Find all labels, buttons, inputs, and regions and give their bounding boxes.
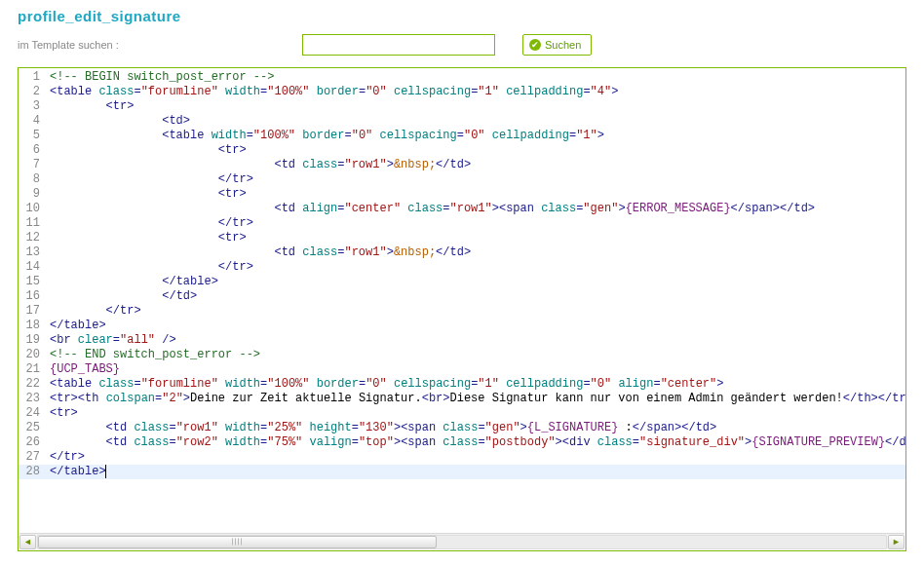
code-line[interactable]: 14 </tr>	[19, 260, 905, 275]
line-number: 23	[19, 392, 46, 406]
line-number: 2	[19, 85, 46, 99]
line-content[interactable]: <tr>	[46, 406, 905, 421]
line-content[interactable]: </tr>	[46, 260, 905, 275]
line-content[interactable]: </table>	[46, 465, 905, 479]
line-content[interactable]: <table class="forumline" width="100%" bo…	[46, 85, 905, 99]
line-number: 13	[19, 245, 46, 260]
line-number: 11	[19, 216, 46, 231]
line-content[interactable]: <tr>	[46, 187, 905, 202]
line-content[interactable]: <td>	[46, 114, 905, 129]
line-content[interactable]: <td align="center" class="row1"><span cl…	[46, 202, 905, 216]
line-number: 18	[19, 319, 46, 333]
line-number: 19	[19, 333, 46, 348]
line-content[interactable]: {UCP_TABS}	[46, 362, 905, 377]
line-content[interactable]: </table>	[46, 275, 905, 289]
code-line[interactable]: 5 <table width="100%" border="0" cellspa…	[19, 129, 905, 143]
scroll-right-button[interactable]: ►	[888, 535, 905, 549]
line-number: 7	[19, 158, 46, 172]
line-number: 22	[19, 377, 46, 392]
line-number: 25	[19, 421, 46, 435]
code-line[interactable]: 21{UCP_TABS}	[19, 362, 905, 377]
search-button[interactable]: ✔ Suchen	[522, 34, 592, 56]
line-content[interactable]: <br clear="all" />	[46, 333, 905, 348]
code-line[interactable]: 17 </tr>	[19, 304, 905, 319]
text-caret	[105, 465, 106, 478]
code-line[interactable]: 3 <tr>	[19, 99, 905, 114]
line-number: 21	[19, 362, 46, 377]
line-content[interactable]: <tr>	[46, 231, 905, 245]
line-content[interactable]: <table width="100%" border="0" cellspaci…	[46, 129, 905, 143]
search-input[interactable]	[302, 34, 495, 56]
line-content[interactable]: <tr>	[46, 99, 905, 114]
code-line[interactable]: 10 <td align="center" class="row1"><span…	[19, 202, 905, 216]
code-line[interactable]: 7 <td class="row1">&nbsp;</td>	[19, 158, 905, 172]
line-content[interactable]: </tr>	[46, 172, 905, 187]
line-content[interactable]: <td class="row1" width="25%" height="130…	[46, 421, 905, 435]
line-number: 27	[19, 450, 46, 465]
line-content[interactable]: </tr>	[46, 216, 905, 231]
search-bar: im Template suchen : ✔ Suchen	[0, 28, 924, 67]
line-number: 24	[19, 406, 46, 421]
line-number: 5	[19, 129, 46, 143]
page-title: profile_edit_signature	[18, 8, 906, 24]
line-content[interactable]: <td class="row2" width="75%" valign="top…	[46, 435, 905, 450]
code-line[interactable]: 1<!-- BEGIN switch_post_error -->	[19, 70, 905, 85]
code-line[interactable]: 26 <td class="row2" width="75%" valign="…	[19, 435, 905, 450]
code-line[interactable]: 12 <tr>	[19, 231, 905, 245]
line-number: 15	[19, 275, 46, 289]
line-number: 20	[19, 348, 46, 362]
line-number: 12	[19, 231, 46, 245]
line-content[interactable]: <td class="row1">&nbsp;</td>	[46, 158, 905, 172]
code-line[interactable]: 6 <tr>	[19, 143, 905, 158]
check-icon: ✔	[529, 39, 541, 51]
code-area[interactable]: 1<!-- BEGIN switch_post_error -->2<table…	[19, 68, 905, 533]
code-line[interactable]: 23<tr><th colspan="2">Deine zur Zeit akt…	[19, 392, 905, 406]
line-number: 1	[19, 70, 46, 85]
code-line[interactable]: 22<table class="forumline" width="100%" …	[19, 377, 905, 392]
line-content[interactable]: <!-- END switch_post_error -->	[46, 348, 905, 362]
scroll-thumb[interactable]	[38, 536, 437, 548]
line-number: 4	[19, 114, 46, 129]
line-number: 9	[19, 187, 46, 202]
code-line[interactable]: 25 <td class="row1" width="25%" height="…	[19, 421, 905, 435]
line-number: 3	[19, 99, 46, 114]
horizontal-scrollbar[interactable]: ◄ ►	[19, 533, 905, 549]
line-number: 10	[19, 202, 46, 216]
line-number: 28	[19, 465, 46, 479]
code-editor[interactable]: 1<!-- BEGIN switch_post_error -->2<table…	[18, 67, 906, 551]
code-line[interactable]: 18</table>	[19, 319, 905, 333]
code-line[interactable]: 28</table>	[19, 465, 905, 479]
line-content[interactable]: <tr><th colspan="2">Deine zur Zeit aktue…	[46, 392, 905, 406]
code-line[interactable]: 20<!-- END switch_post_error -->	[19, 348, 905, 362]
line-number: 17	[19, 304, 46, 319]
line-content[interactable]: </tr>	[46, 450, 905, 465]
line-content[interactable]: <!-- BEGIN switch_post_error -->	[46, 70, 905, 85]
code-line[interactable]: 15 </table>	[19, 275, 905, 289]
line-content[interactable]: <table class="forumline" width="100%" bo…	[46, 377, 905, 392]
scroll-left-button[interactable]: ◄	[19, 535, 36, 549]
scroll-track[interactable]	[37, 535, 887, 549]
line-content[interactable]: <tr>	[46, 143, 905, 158]
line-content[interactable]: </td>	[46, 289, 905, 304]
code-line[interactable]: 8 </tr>	[19, 172, 905, 187]
code-line[interactable]: 9 <tr>	[19, 187, 905, 202]
line-number: 14	[19, 260, 46, 275]
code-line[interactable]: 24<tr>	[19, 406, 905, 421]
line-number: 16	[19, 289, 46, 304]
code-line[interactable]: 19<br clear="all" />	[19, 333, 905, 348]
code-line[interactable]: 16 </td>	[19, 289, 905, 304]
code-line[interactable]: 13 <td class="row1">&nbsp;</td>	[19, 245, 905, 260]
line-number: 8	[19, 172, 46, 187]
line-content[interactable]: <td class="row1">&nbsp;</td>	[46, 245, 905, 260]
code-line[interactable]: 2<table class="forumline" width="100%" b…	[19, 85, 905, 99]
line-number: 6	[19, 143, 46, 158]
code-line[interactable]: 11 </tr>	[19, 216, 905, 231]
search-label: im Template suchen :	[18, 39, 292, 51]
search-button-label: Suchen	[545, 39, 581, 51]
line-content[interactable]: </table>	[46, 319, 905, 333]
line-number: 26	[19, 435, 46, 450]
code-line[interactable]: 4 <td>	[19, 114, 905, 129]
line-content[interactable]: </tr>	[46, 304, 905, 319]
code-line[interactable]: 27</tr>	[19, 450, 905, 465]
